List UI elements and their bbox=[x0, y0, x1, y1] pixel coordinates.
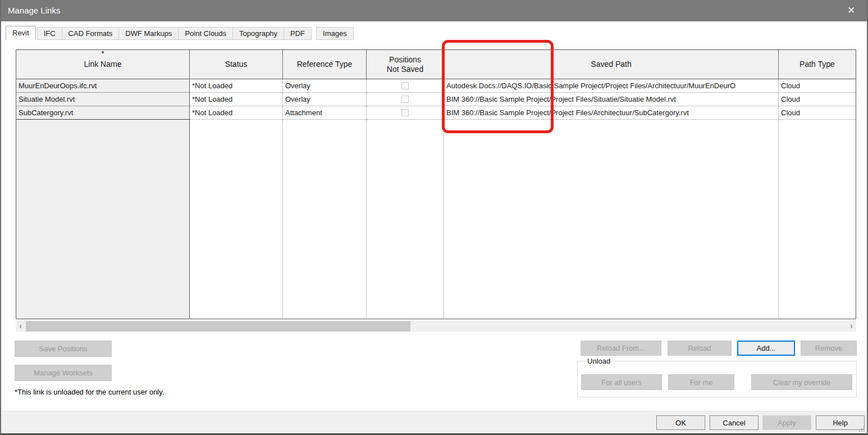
column-header-path-type[interactable]: Path Type bbox=[779, 50, 856, 79]
table-row-reference-type[interactable]: Overlay bbox=[283, 79, 367, 93]
table-row-saved-path[interactable]: BIM 360://Basic Sample Project/Project F… bbox=[444, 93, 779, 106]
table-row-path-type[interactable]: Cloud bbox=[779, 93, 856, 106]
unload-group: Unload For all users For me Clear my ove… bbox=[577, 361, 857, 397]
format-tabs: Revit IFC CAD Formats DWF Markups Point … bbox=[6, 26, 354, 40]
table-row-reference-type[interactable]: Attachment bbox=[283, 106, 367, 120]
tab-ifc[interactable]: IFC bbox=[37, 27, 62, 40]
manage-links-dialog: Manage Links ✕ Revit IFC CAD Formats DWF… bbox=[0, 0, 868, 435]
unloaded-note: *This link is unloaded for the current u… bbox=[15, 388, 164, 396]
table-empty-area bbox=[283, 120, 367, 319]
table-row-saved-path[interactable]: BIM 360://Basic Sample Project/Project F… bbox=[444, 106, 779, 120]
table-row-link-name[interactable]: MuurEnDeurOops.ifc.rvt bbox=[16, 79, 190, 93]
links-table: ▾ Link Name Status Reference Type Positi… bbox=[16, 49, 856, 319]
apply-button[interactable]: Apply bbox=[762, 415, 811, 430]
column-header-link-name[interactable]: ▾ Link Name bbox=[16, 50, 190, 79]
scroll-right-icon[interactable]: › bbox=[847, 321, 856, 332]
tab-revit[interactable]: Revit bbox=[6, 26, 36, 40]
close-icon[interactable]: ✕ bbox=[839, 0, 864, 21]
table-empty-area bbox=[367, 120, 444, 319]
title-bar: Manage Links ✕ bbox=[1, 0, 867, 21]
column-header-saved-path[interactable]: Saved Path bbox=[444, 50, 779, 79]
unload-group-label: Unload bbox=[585, 357, 613, 365]
positions-not-saved-checkbox[interactable] bbox=[401, 109, 409, 116]
table-row-status[interactable]: *Not Loaded bbox=[190, 106, 283, 120]
scroll-left-icon[interactable]: ‹ bbox=[16, 321, 25, 332]
manage-worksets-button[interactable]: Manage Worksets bbox=[15, 365, 112, 381]
tab-images[interactable]: Images bbox=[316, 27, 354, 40]
tab-pdf[interactable]: PDF bbox=[284, 27, 312, 40]
table-empty-area bbox=[16, 120, 190, 319]
scrollbar-thumb[interactable] bbox=[26, 321, 410, 332]
column-header-positions-not-saved[interactable]: Positions Not Saved bbox=[367, 50, 444, 79]
table-row-saved-path[interactable]: Autodesk Docs://DAQS.IO/Basic Sample Pro… bbox=[444, 79, 779, 93]
add-button[interactable]: Add... bbox=[737, 341, 795, 356]
tab-dwf-markups[interactable]: DWF Markups bbox=[119, 27, 179, 40]
unload-for-me-button[interactable]: For me bbox=[668, 374, 734, 390]
table-row-path-type[interactable]: Cloud bbox=[779, 79, 856, 93]
table-row-positions-cell bbox=[367, 93, 444, 106]
tab-cad-formats[interactable]: CAD Formats bbox=[62, 27, 120, 40]
remove-button[interactable]: Remove bbox=[801, 341, 857, 356]
table-empty-area bbox=[444, 120, 779, 319]
table-empty-area bbox=[779, 120, 856, 319]
table-row-positions-cell bbox=[367, 79, 444, 93]
dialog-title: Manage Links bbox=[8, 0, 60, 21]
table-row-positions-cell bbox=[367, 106, 444, 120]
table-row-status[interactable]: *Not Loaded bbox=[190, 93, 283, 106]
unload-for-all-users-button[interactable]: For all users bbox=[581, 374, 662, 390]
column-header-status[interactable]: Status bbox=[190, 50, 283, 79]
reload-from-button[interactable]: Reload From... bbox=[581, 341, 661, 356]
dialog-footer: OK Cancel Apply Help bbox=[1, 411, 867, 433]
table-row-reference-type[interactable]: Overlay bbox=[283, 93, 367, 106]
cancel-button[interactable]: Cancel bbox=[710, 415, 759, 430]
resize-grip[interactable] bbox=[857, 424, 865, 432]
tab-point-clouds[interactable]: Point Clouds bbox=[179, 27, 233, 40]
column-header-reference-type[interactable]: Reference Type bbox=[283, 50, 367, 79]
reload-button[interactable]: Reload bbox=[668, 341, 732, 356]
horizontal-scrollbar[interactable]: ‹ › bbox=[16, 321, 856, 332]
table-empty-area bbox=[190, 120, 283, 319]
clear-my-override-button[interactable]: Clear my override bbox=[751, 374, 852, 390]
positions-not-saved-checkbox[interactable] bbox=[401, 82, 409, 89]
table-row-status[interactable]: *Not Loaded bbox=[190, 79, 283, 93]
table-row-link-name[interactable]: Situatie Model.rvt bbox=[16, 93, 190, 106]
save-positions-button[interactable]: Save Positions bbox=[15, 341, 112, 357]
tab-topography[interactable]: Topography bbox=[233, 27, 284, 40]
table-row-link-name[interactable]: SubCatergory.rvt bbox=[16, 106, 190, 120]
table-row-path-type[interactable]: Cloud bbox=[779, 106, 856, 120]
positions-not-saved-checkbox[interactable] bbox=[401, 96, 409, 103]
ok-button[interactable]: OK bbox=[656, 415, 705, 430]
sort-indicator-icon: ▾ bbox=[102, 49, 104, 55]
